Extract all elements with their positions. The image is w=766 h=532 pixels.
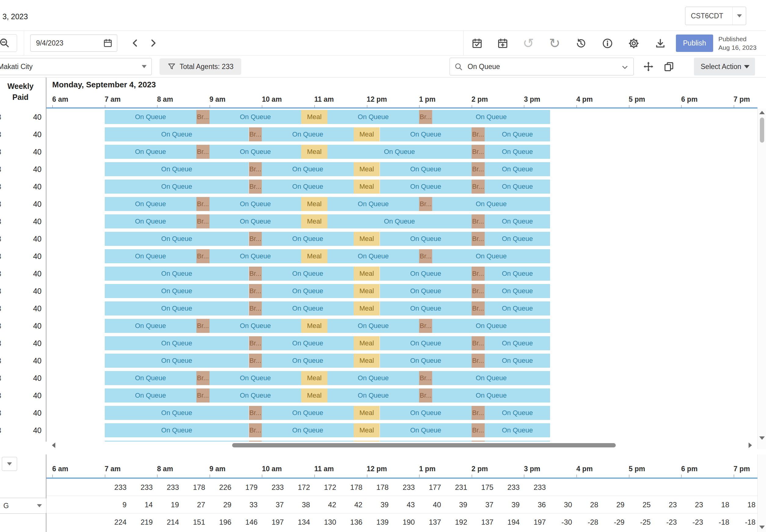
shift-queue-segment[interactable]: On Queue [327, 249, 419, 263]
shift-queue-segment[interactable]: On Queue [105, 110, 196, 124]
shift-break-segment[interactable]: Br... [196, 110, 210, 124]
shift-meal-segment[interactable]: Meal [301, 388, 327, 403]
shift-queue-segment[interactable]: On Queue [485, 232, 550, 246]
shift-queue-segment[interactable]: On Queue [262, 162, 353, 176]
history-button[interactable] [572, 35, 589, 52]
shift-queue-segment[interactable]: On Queue [485, 284, 550, 298]
previous-day-button[interactable] [128, 35, 143, 51]
pan-mode-button[interactable] [640, 59, 656, 75]
settings-button[interactable] [625, 35, 642, 52]
shift-break-segment[interactable]: Br... [472, 162, 485, 176]
shift-queue-segment[interactable]: On Queue [105, 406, 249, 420]
shift-queue-segment[interactable]: On Queue [485, 162, 550, 176]
shift-queue-segment[interactable]: On Queue [380, 336, 472, 350]
shift-queue-segment[interactable]: On Queue [485, 301, 550, 315]
shift-queue-segment[interactable]: On Queue [432, 110, 550, 124]
shift-queue-segment[interactable]: On Queue [210, 197, 301, 211]
metric-select[interactable]: G [0, 498, 46, 514]
shift-break-segment[interactable]: Br... [472, 354, 485, 368]
shift-queue-segment[interactable]: On Queue [210, 110, 301, 124]
shift-break-segment[interactable]: Br... [249, 336, 262, 350]
shift-meal-segment[interactable]: Meal [354, 162, 380, 176]
shift-queue-segment[interactable]: On Queue [380, 162, 472, 176]
shift-queue-segment[interactable]: On Queue [105, 145, 196, 159]
shift-queue-segment[interactable]: On Queue [262, 301, 353, 315]
shift-queue-segment[interactable]: On Queue [485, 406, 550, 420]
shift-queue-segment[interactable]: On Queue [432, 371, 550, 385]
shift-break-segment[interactable]: Br... [419, 319, 432, 333]
horizontal-scroll-thumb[interactable] [232, 443, 616, 447]
shift-queue-segment[interactable]: On Queue [262, 336, 353, 350]
shift-queue-segment[interactable]: On Queue [105, 214, 196, 228]
shift-break-segment[interactable]: Br... [249, 406, 262, 420]
shift-queue-segment[interactable]: On Queue [105, 197, 196, 211]
shift-break-segment[interactable]: Br... [196, 145, 210, 159]
shift-meal-segment[interactable]: Meal [301, 197, 327, 211]
shift-queue-segment[interactable]: On Queue [105, 249, 196, 263]
add-schedule-button[interactable] [494, 35, 511, 52]
shift-break-segment[interactable]: Br... [249, 162, 262, 176]
shift-queue-segment[interactable]: On Queue [432, 388, 550, 403]
shift-queue-segment[interactable]: On Queue [485, 423, 550, 437]
shift-break-segment[interactable]: Br... [472, 284, 485, 298]
scroll-right-arrow[interactable] [749, 443, 752, 448]
shift-meal-segment[interactable]: Meal [301, 319, 327, 333]
shift-queue-segment[interactable]: On Queue [262, 406, 353, 420]
shift-queue-segment[interactable]: On Queue [432, 319, 550, 333]
shift-break-segment[interactable]: Br... [249, 284, 262, 298]
shift-queue-segment[interactable]: On Queue [380, 301, 472, 315]
shift-break-segment[interactable]: Br... [249, 423, 262, 437]
granularity-select[interactable] [2, 457, 17, 471]
download-button[interactable] [652, 35, 669, 52]
shift-break-segment[interactable]: Br... [249, 127, 262, 141]
shift-meal-segment[interactable]: Meal [354, 336, 380, 350]
shift-queue-segment[interactable]: On Queue [210, 388, 301, 403]
shift-queue-segment[interactable]: On Queue [105, 127, 249, 141]
next-day-button[interactable] [145, 35, 161, 51]
shift-queue-segment[interactable]: On Queue [105, 284, 249, 298]
activity-search-select[interactable]: On Queue [450, 58, 634, 75]
shift-meal-segment[interactable]: Meal [354, 354, 380, 368]
validate-schedule-button[interactable] [469, 35, 486, 52]
shift-queue-segment[interactable]: On Queue [105, 162, 249, 176]
shift-break-segment[interactable]: Br... [196, 319, 210, 333]
shift-queue-segment[interactable]: On Queue [327, 371, 419, 385]
shift-queue-segment[interactable]: On Queue [380, 284, 472, 298]
shift-break-segment[interactable]: Br... [472, 180, 485, 194]
shift-meal-segment[interactable]: Meal [354, 232, 380, 246]
shift-queue-segment[interactable]: On Queue [105, 388, 196, 403]
shift-break-segment[interactable]: Br... [472, 214, 485, 228]
timezone-select[interactable]: CST6CDT [685, 7, 746, 25]
shift-queue-segment[interactable]: On Queue [485, 145, 550, 159]
shift-queue-segment[interactable]: On Queue [105, 423, 249, 437]
shift-queue-segment[interactable]: On Queue [105, 371, 196, 385]
shift-queue-segment[interactable]: On Queue [262, 180, 353, 194]
shift-break-segment[interactable]: Br... [472, 423, 485, 437]
vertical-scrollbar[interactable] [757, 108, 766, 449]
copy-schedule-button[interactable] [661, 59, 677, 75]
shift-queue-segment[interactable]: On Queue [327, 197, 419, 211]
undo-button[interactable]: ↺ [520, 35, 537, 52]
shift-break-segment[interactable]: Br... [472, 145, 485, 159]
shift-queue-segment[interactable]: On Queue [485, 214, 550, 228]
shift-queue-segment[interactable]: On Queue [327, 145, 472, 159]
shift-queue-segment[interactable]: On Queue [262, 284, 353, 298]
shift-break-segment[interactable]: Br... [196, 388, 210, 403]
shift-queue-segment[interactable]: On Queue [105, 354, 249, 368]
shift-queue-segment[interactable]: On Queue [210, 214, 301, 228]
shift-break-segment[interactable]: Br... [419, 197, 432, 211]
shift-break-segment[interactable]: Br... [196, 214, 210, 228]
shift-break-segment[interactable]: Br... [419, 110, 432, 124]
shift-queue-segment[interactable]: On Queue [327, 388, 419, 403]
scroll-left-arrow[interactable] [52, 443, 55, 448]
publish-button[interactable]: Publish [676, 35, 713, 52]
shift-meal-segment[interactable]: Meal [301, 214, 327, 228]
select-action-button[interactable]: Select Action [694, 58, 755, 75]
shift-queue-segment[interactable]: On Queue [262, 354, 353, 368]
shift-queue-segment[interactable]: On Queue [485, 336, 550, 350]
horizontal-scrollbar[interactable] [46, 442, 757, 449]
shift-meal-segment[interactable]: Meal [354, 127, 380, 141]
staffing-vertical-scrollbar[interactable] [757, 454, 766, 532]
total-agents-filter-button[interactable]: Total Agents: 233 [159, 58, 241, 75]
shift-meal-segment[interactable]: Meal [354, 180, 380, 194]
